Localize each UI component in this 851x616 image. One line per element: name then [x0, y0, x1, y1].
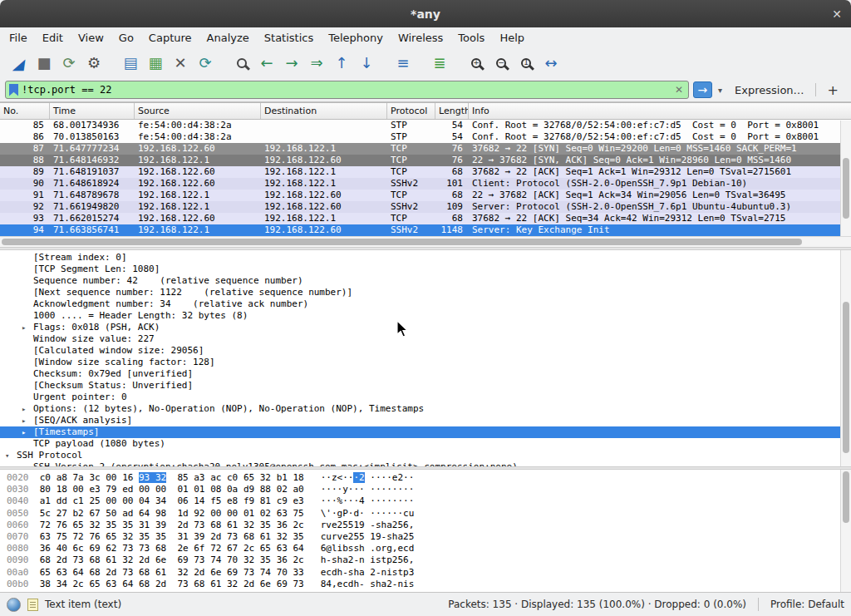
- hex-row-00b0[interactable]: 00b0 38 34 2c 65 63 64 68 2d 73 68 61 32…: [7, 579, 851, 590]
- expert-info-icon[interactable]: [7, 598, 21, 612]
- collapsed-arrow-icon[interactable]: ▸: [22, 426, 33, 438]
- menu-edit[interactable]: Edit: [35, 29, 71, 47]
- menu-file[interactable]: File: [2, 29, 35, 47]
- scrollbar-thumb[interactable]: [843, 158, 849, 219]
- resize-columns-icon[interactable]: ↔: [539, 52, 563, 75]
- packet-list-hscrollbar[interactable]: [0, 236, 851, 247]
- scrollbar-thumb[interactable]: [843, 471, 849, 523]
- detail-line[interactable]: [Stream index: 0]: [0, 252, 851, 264]
- menu-telephony[interactable]: Telephony: [321, 29, 391, 47]
- column-header-time[interactable]: Time: [50, 103, 135, 119]
- detail-line[interactable]: ▾SSH Protocol: [0, 450, 851, 461]
- titlebar[interactable]: *any ✕: [0, 0, 851, 27]
- zoom-original-icon[interactable]: 1: [514, 52, 539, 75]
- go-back-icon[interactable]: ←: [254, 52, 279, 75]
- stop-capture-icon[interactable]: ■: [32, 52, 57, 75]
- detail-line[interactable]: Checksum: 0x79ed [unverified]: [0, 368, 851, 380]
- menu-analyze[interactable]: Analyze: [199, 29, 257, 47]
- reload-file-icon[interactable]: ⟳: [193, 52, 218, 75]
- menu-help[interactable]: Help: [492, 29, 532, 47]
- packet-row-88[interactable]: 8871.648146932192.168.122.1192.168.122.6…: [0, 155, 851, 166]
- go-first-icon[interactable]: ↑: [329, 52, 354, 75]
- packet-list-vscrollbar[interactable]: [840, 121, 851, 237]
- menu-statistics[interactable]: Statistics: [257, 29, 321, 47]
- packet-row-86[interactable]: 8670.013850163fe:54:00:d4:38:2aSTP54Conf…: [0, 131, 851, 143]
- profile-text[interactable]: Profile: Default: [770, 599, 844, 610]
- column-header-destination[interactable]: Destination: [261, 103, 387, 119]
- go-forward-icon[interactable]: →: [279, 52, 304, 75]
- column-header-length[interactable]: Length: [435, 103, 469, 119]
- detail-line[interactable]: [Calculated window size: 29056]: [0, 345, 851, 357]
- add-filter-button[interactable]: +: [820, 82, 846, 98]
- packet-row-94[interactable]: 9471.663856741192.168.122.1192.168.122.6…: [0, 224, 851, 236]
- display-filter-field[interactable]: ✕: [5, 81, 689, 99]
- detail-line[interactable]: ▸[Timestamps]: [0, 426, 851, 438]
- hex-row-00a0[interactable]: 00a0 65 63 64 68 2d 73 68 61 32 2d 6e 69…: [7, 567, 851, 579]
- menu-capture[interactable]: Capture: [141, 29, 199, 47]
- display-filter-input[interactable]: [22, 82, 670, 97]
- detail-line[interactable]: ▸Options: (12 bytes), No-Operation (NOP)…: [0, 403, 851, 415]
- hex-row-0060[interactable]: 0060 72 76 65 32 35 35 31 39 2d 73 68 61…: [7, 520, 851, 531]
- hex-row-0080[interactable]: 0080 36 40 6c 69 62 73 73 68 2e 6f 72 67…: [7, 543, 851, 554]
- expression-button[interactable]: Expression…: [728, 84, 811, 96]
- auto-scroll-icon[interactable]: ≡: [391, 52, 416, 75]
- go-to-packet-icon[interactable]: ⇒: [304, 52, 329, 75]
- collapsed-arrow-icon[interactable]: ▸: [22, 322, 33, 333]
- capture-comment-icon[interactable]: [27, 599, 38, 611]
- packet-row-92[interactable]: 9271.661949820192.168.122.1192.168.122.6…: [0, 201, 851, 213]
- packet-row-89[interactable]: 8971.648191037192.168.122.60192.168.122.…: [0, 166, 851, 178]
- column-header-no[interactable]: No.: [0, 103, 50, 119]
- detail-line[interactable]: Acknowledgment number: 34 (relative ack …: [0, 298, 851, 310]
- filter-bookmark-icon[interactable]: [9, 84, 18, 96]
- detail-line[interactable]: [Window size scaling factor: 128]: [0, 357, 851, 368]
- zoom-in-icon[interactable]: +: [464, 52, 489, 75]
- column-header-protocol[interactable]: Protocol: [387, 103, 435, 119]
- detail-line[interactable]: ▸[SEQ/ACK analysis]: [0, 415, 851, 426]
- filter-apply-button[interactable]: →: [693, 81, 712, 98]
- restart-capture-icon[interactable]: ⟳: [57, 52, 81, 75]
- detail-line[interactable]: SSH Version 2 (encryption:chacha20-poly1…: [0, 461, 851, 466]
- colorize-packets-icon[interactable]: ≣: [427, 52, 452, 75]
- capture-options-icon[interactable]: ⚙: [81, 52, 106, 75]
- packet-row-91[interactable]: 9171.648789678192.168.122.1192.168.122.6…: [0, 190, 851, 201]
- scrollbar-thumb[interactable]: [2, 239, 802, 245]
- menu-view[interactable]: View: [71, 29, 111, 47]
- column-header-info[interactable]: Info: [469, 103, 851, 119]
- hex-row-0070[interactable]: 0070 63 75 72 76 65 32 35 35 31 39 2d 73…: [7, 531, 851, 543]
- detail-line[interactable]: [Next sequence number: 1122 (relative se…: [0, 287, 851, 298]
- detail-line[interactable]: Urgent pointer: 0: [0, 392, 851, 403]
- detail-line[interactable]: [TCP Segment Len: 1080]: [0, 264, 851, 275]
- packet-row-90[interactable]: 9071.648618924192.168.122.60192.168.122.…: [0, 178, 851, 190]
- expanded-arrow-icon[interactable]: ▾: [5, 450, 17, 461]
- filter-clear-icon[interactable]: ✕: [673, 84, 685, 96]
- detail-line[interactable]: Window size value: 227: [0, 333, 851, 345]
- details-vscrollbar[interactable]: [840, 250, 851, 466]
- column-header-source[interactable]: Source: [135, 103, 261, 119]
- hex-row-0090[interactable]: 0090 68 2d 73 68 61 32 2d 6e 69 73 74 70…: [7, 554, 851, 566]
- packet-row-93[interactable]: 9371.662015274192.168.122.60192.168.122.…: [0, 213, 851, 224]
- find-packet-icon[interactable]: [229, 52, 254, 75]
- packet-row-85[interactable]: 8568.001734936fe:54:00:d4:38:2aSTP54Conf…: [0, 120, 851, 131]
- detail-line[interactable]: 1000 .... = Header Length: 32 bytes (8): [0, 310, 851, 322]
- save-file-icon[interactable]: ▦: [143, 52, 168, 75]
- menu-tools[interactable]: Tools: [450, 29, 492, 47]
- hex-row-0040[interactable]: 0040 a1 dd c1 25 00 00 04 34 06 14 f5 e8…: [7, 495, 851, 507]
- menu-go[interactable]: Go: [111, 29, 141, 47]
- zoom-out-icon[interactable]: −: [489, 52, 514, 75]
- menu-wireless[interactable]: Wireless: [391, 29, 450, 47]
- detail-line[interactable]: TCP payload (1080 bytes): [0, 438, 851, 450]
- bytes-vscrollbar[interactable]: [840, 470, 851, 592]
- start-capture-icon[interactable]: ◢: [5, 52, 33, 75]
- hex-row-0020[interactable]: 0020 c0 a8 7a 3c 00 16 93 32 85 a3 ac c0…: [7, 472, 851, 484]
- filter-history-dropdown-icon[interactable]: ▾: [716, 86, 724, 95]
- open-file-icon[interactable]: ▤: [118, 52, 143, 75]
- hex-row-0030[interactable]: 0030 80 18 00 e3 79 ed 00 00 01 01 08 0a…: [7, 484, 851, 495]
- detail-line[interactable]: [Checksum Status: Unverified]: [0, 380, 851, 392]
- hex-row-0050[interactable]: 0050 5c 27 b2 67 50 ad 64 98 1d 92 00 00…: [7, 508, 851, 520]
- packet-row-87[interactable]: 8771.647777234192.168.122.60192.168.122.…: [0, 143, 851, 155]
- scrollbar-thumb[interactable]: [843, 302, 849, 453]
- detail-line[interactable]: ▸Flags: 0x018 (PSH, ACK): [0, 322, 851, 333]
- close-file-icon[interactable]: ✕: [168, 52, 193, 75]
- detail-line[interactable]: Sequence number: 42 (relative sequence n…: [0, 275, 851, 287]
- collapsed-arrow-icon[interactable]: ▸: [22, 403, 33, 415]
